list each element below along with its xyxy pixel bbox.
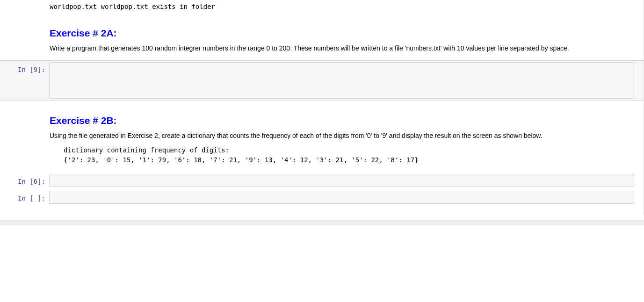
markdown-cell-ex2a: Exercise # 2A: Write a program that gene… bbox=[0, 13, 644, 60]
code-input-empty[interactable] bbox=[49, 191, 634, 204]
prompt-in9: In [9]: bbox=[0, 62, 49, 73]
heading-ex2a: Exercise # 2A: bbox=[50, 28, 634, 39]
code-cell-in6[interactable]: In [6]: bbox=[0, 172, 644, 189]
code-cell-empty[interactable]: In [ ]: bbox=[0, 189, 644, 206]
notebook-container: worldpop.txt worldpop.txt exists in fold… bbox=[0, 0, 644, 215]
sample-output-ex2b: dictionary containing frequency of digit… bbox=[64, 145, 634, 165]
prompt-empty: In [ ]: bbox=[0, 191, 49, 202]
code-input-in6[interactable] bbox=[49, 174, 634, 187]
paragraph-ex2a: Write a program that generates 100 rando… bbox=[50, 43, 634, 53]
code-cell-in9[interactable]: In [9]: bbox=[0, 60, 644, 101]
page-bottom-area bbox=[0, 220, 644, 225]
heading-ex2b: Exercise # 2B: bbox=[50, 115, 634, 126]
output-cell: worldpop.txt worldpop.txt exists in fold… bbox=[0, 0, 644, 13]
paragraph-ex2b: Using the file generated in Exercise 2, … bbox=[50, 131, 634, 141]
code-input-in9[interactable] bbox=[49, 62, 634, 99]
markdown-cell-ex2b: Exercise # 2B: Using the file generated … bbox=[0, 101, 644, 172]
prompt-in6: In [6]: bbox=[0, 174, 49, 185]
output-text: worldpop.txt worldpop.txt exists in fold… bbox=[50, 2, 634, 11]
